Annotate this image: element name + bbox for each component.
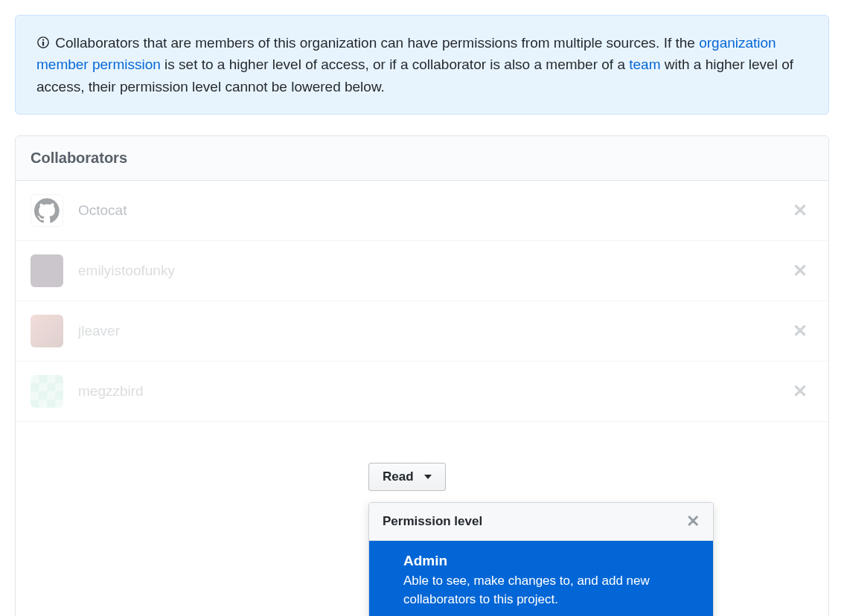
username: megzzbird [78, 383, 772, 400]
permission-option-name: Admin [403, 553, 698, 569]
permission-level-label: Read [383, 469, 414, 484]
close-icon[interactable]: ✕ [686, 513, 700, 530]
permission-option-admin[interactable]: Admin Able to see, make changes to, and … [369, 541, 713, 616]
collaborator-row: megzzbird ✕ [16, 362, 828, 422]
dropdown-header: Permission level ✕ [369, 503, 713, 541]
info-text-pre: Collaborators that are members of this o… [55, 35, 699, 51]
octocat-icon [34, 198, 60, 223]
info-banner: Collaborators that are members of this o… [15, 15, 829, 115]
permission-level-button[interactable]: Read [368, 463, 446, 491]
permission-option-desc: Able to see, make changes to, and add ne… [403, 572, 698, 609]
collaborators-list: Octocat ✕ emilyistoofunky ✕ jleaver ✕ me… [16, 181, 828, 616]
remove-collaborator-button[interactable]: ✕ [787, 322, 813, 340]
remove-collaborator-button[interactable]: ✕ [787, 382, 813, 400]
avatar [31, 375, 63, 408]
avatar [31, 194, 63, 227]
info-text-mid: is set to a higher level of access, or i… [164, 57, 629, 72]
avatar [31, 315, 63, 347]
permission-dropdown: Read Permission level ✕ Admin Able to se… [368, 463, 714, 616]
permission-level-menu: Permission level ✕ Admin Able to see, ma… [368, 502, 714, 616]
team-link[interactable]: team [629, 57, 660, 72]
collaborator-row: Octocat ✕ [16, 181, 828, 241]
username: jleaver [78, 323, 772, 339]
username: Octocat [78, 202, 772, 219]
remove-collaborator-button[interactable]: ✕ [787, 262, 813, 280]
dropdown-title-text: Permission level [383, 514, 482, 529]
panel-title: Collaborators [16, 136, 828, 181]
collaborator-row: emilyistoofunky ✕ [16, 241, 828, 301]
avatar [31, 254, 63, 287]
info-icon [36, 36, 50, 49]
collaborators-panel: Collaborators Octocat ✕ emilyistoofunky … [15, 135, 829, 616]
collaborator-row: jleaver ✕ [16, 301, 828, 362]
caret-down-icon [424, 475, 432, 479]
username: emilyistoofunky [78, 263, 772, 279]
remove-collaborator-button[interactable]: ✕ [787, 202, 813, 219]
